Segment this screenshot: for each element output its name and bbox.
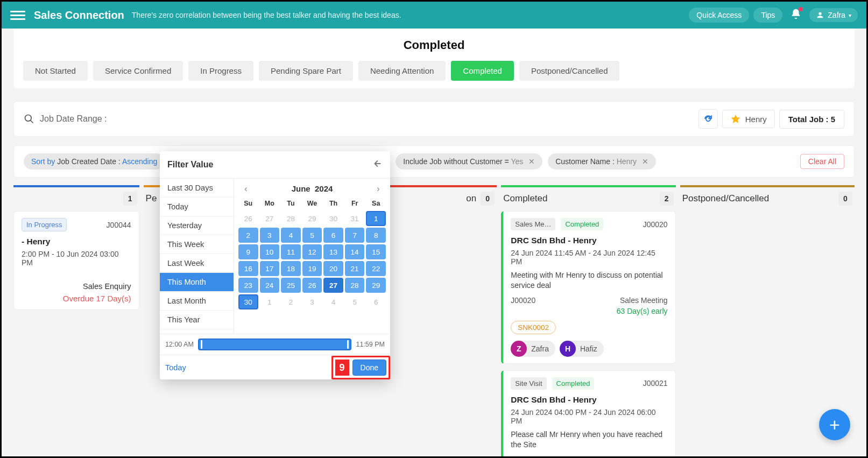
status-tab[interactable]: Completed bbox=[451, 61, 514, 81]
notification-icon[interactable] bbox=[790, 8, 802, 22]
add-fab[interactable]: + bbox=[819, 409, 850, 440]
job-card[interactable]: Sales Me… Completed J00020 DRC Sdn Bhd -… bbox=[501, 211, 675, 364]
done-button[interactable]: Done bbox=[352, 360, 386, 376]
day-of-week: Mo bbox=[260, 198, 280, 209]
job-card[interactable]: In Progress J00044 - Henry 2:00 PM - 10 … bbox=[13, 211, 139, 310]
job-foot-id: J00020 bbox=[511, 296, 535, 305]
status-tab[interactable]: Pending Spare Part bbox=[259, 61, 353, 81]
tips-button[interactable]: Tips bbox=[753, 8, 782, 23]
calendar-day[interactable]: 15 bbox=[366, 244, 386, 259]
menu-icon[interactable] bbox=[10, 8, 25, 23]
early-label: 63 Day(s) early bbox=[511, 307, 667, 315]
title-card: Completed Not StartedService ConfirmedIn… bbox=[13, 29, 855, 88]
calendar-day[interactable]: 6 bbox=[323, 228, 343, 243]
calendar-day[interactable]: 14 bbox=[345, 244, 365, 259]
calendar-day[interactable]: 21 bbox=[345, 261, 365, 276]
preset-  item[interactable]: Today bbox=[160, 198, 234, 216]
calendar-day[interactable]: 2 bbox=[238, 228, 258, 243]
column-header: Postponed/Cancelled 0 bbox=[680, 185, 855, 211]
customer-chip[interactable]: Customer Name : Henry ✕ bbox=[548, 153, 656, 170]
status-tab[interactable]: Service Confirmed bbox=[93, 61, 183, 81]
close-icon[interactable]: ✕ bbox=[642, 157, 648, 166]
notification-dot bbox=[799, 7, 803, 11]
overdue-label: Overdue 17 Day(s) bbox=[22, 294, 131, 303]
next-month-button[interactable]: › bbox=[372, 182, 385, 195]
calendar-day[interactable]: 23 bbox=[238, 278, 258, 293]
preset-  item[interactable]: This Year bbox=[160, 311, 234, 329]
calendar-day[interactable]: 30 bbox=[238, 294, 258, 309]
status-tab[interactable]: Postponed/Cancelled bbox=[519, 61, 620, 81]
include-nocustomer-chip[interactable]: Include Job without Customer = Yes ✕ bbox=[396, 153, 542, 170]
prev-month-button[interactable]: ‹ bbox=[239, 182, 252, 195]
date-filter-popover: Filter Value Last 30 DaysTodayYesterdayT… bbox=[160, 151, 390, 379]
job-desc: Please call Mr Henry when you have reach… bbox=[511, 429, 667, 450]
user-menu[interactable]: Zafra ▾ bbox=[809, 8, 858, 22]
job-card[interactable]: Site Visit Completed J00021 DRC Sdn Bhd … bbox=[501, 370, 675, 456]
avatar-chip[interactable]: ZZafra bbox=[511, 341, 555, 357]
link-chip[interactable]: SNK0002 bbox=[511, 321, 556, 334]
day-of-week: Sa bbox=[366, 198, 386, 209]
day-of-week: Tu bbox=[281, 198, 301, 209]
status-tag: In Progress bbox=[22, 218, 67, 231]
calendar-day[interactable]: 5 bbox=[302, 228, 322, 243]
column-title: Completed bbox=[503, 193, 659, 204]
chevron-down-icon: ▾ bbox=[849, 12, 851, 18]
calendar-grid: SuMoTuWeThFrSa26272829303112345678910111… bbox=[237, 196, 387, 311]
preset-  item[interactable]: This Month bbox=[160, 273, 234, 292]
preset-  item[interactable]: Last Month bbox=[160, 292, 234, 311]
today-link[interactable]: Today bbox=[165, 363, 186, 372]
preset-  item[interactable]: Last 30 Days bbox=[160, 179, 234, 198]
avatar-chip[interactable]: HHafiz bbox=[560, 341, 604, 357]
app-tagline: There's zero correlation between being t… bbox=[132, 11, 401, 19]
svg-point-0 bbox=[25, 115, 32, 122]
calendar-day[interactable]: 10 bbox=[260, 244, 280, 259]
close-icon[interactable]: ✕ bbox=[528, 157, 535, 166]
favorite-filter[interactable]: Henry bbox=[722, 110, 775, 128]
sort-chip[interactable]: Sort by Job Created Date : Ascending bbox=[24, 153, 165, 170]
calendar-day[interactable]: 7 bbox=[345, 228, 365, 243]
instruction-badge: 9 bbox=[335, 360, 349, 376]
calendar-day[interactable]: 22 bbox=[366, 261, 386, 276]
preset-  item[interactable]: Last Week bbox=[160, 254, 234, 273]
calendar-day[interactable]: 27 bbox=[323, 278, 343, 293]
calendar-day[interactable]: 19 bbox=[302, 261, 322, 276]
preset-  item[interactable]: Last Year bbox=[160, 329, 234, 334]
calendar-day[interactable]: 25 bbox=[281, 278, 301, 293]
search-row: Job Date Range : Henry Total Job : 5 bbox=[13, 101, 855, 137]
app-header: Sales Connection There's zero correlatio… bbox=[2, 2, 866, 29]
preset-  item[interactable]: This Week bbox=[160, 235, 234, 254]
status-tag: Completed bbox=[561, 218, 603, 230]
avatar: Z bbox=[511, 341, 527, 357]
preset-  item[interactable]: Yesterday bbox=[160, 216, 234, 235]
calendar-day[interactable]: 16 bbox=[238, 261, 258, 276]
calendar-day[interactable]: 9 bbox=[238, 244, 258, 259]
calendar-day[interactable]: 3 bbox=[260, 228, 280, 243]
calendar-day[interactable]: 13 bbox=[323, 244, 343, 259]
back-arrow-icon[interactable] bbox=[371, 158, 383, 172]
calendar-day-out: 1 bbox=[260, 294, 280, 309]
calendar-day[interactable]: 26 bbox=[302, 278, 322, 293]
calendar-day[interactable]: 1 bbox=[366, 211, 386, 226]
quick-access-button[interactable]: Quick Access bbox=[689, 8, 749, 23]
status-tab[interactable]: Needing Attention bbox=[358, 61, 446, 81]
calendar-day[interactable]: 24 bbox=[260, 278, 280, 293]
search-input[interactable]: Job Date Range : bbox=[40, 114, 694, 124]
calendar-day[interactable]: 18 bbox=[281, 261, 301, 276]
status-tab[interactable]: Not Started bbox=[23, 61, 88, 81]
calendar-day[interactable]: 4 bbox=[281, 228, 301, 243]
calendar-day[interactable]: 17 bbox=[260, 261, 280, 276]
calendar-day[interactable]: 20 bbox=[323, 261, 343, 276]
refresh-button[interactable] bbox=[698, 109, 718, 129]
status-tab[interactable]: In Progress bbox=[188, 61, 253, 81]
job-id: J00020 bbox=[643, 220, 668, 229]
calendar-day[interactable]: 12 bbox=[302, 244, 322, 259]
page-title: Completed bbox=[13, 38, 855, 52]
app-title: Sales Connection bbox=[34, 9, 124, 22]
calendar-day[interactable]: 8 bbox=[366, 228, 386, 243]
calendar-day[interactable]: 29 bbox=[366, 278, 386, 293]
clear-all-button[interactable]: Clear All bbox=[800, 154, 844, 169]
calendar-day[interactable]: 28 bbox=[345, 278, 365, 293]
chips-row: Sort by Job Created Date : Ascending Job… bbox=[13, 145, 855, 178]
time-slider[interactable] bbox=[198, 339, 352, 350]
calendar-day[interactable]: 11 bbox=[281, 244, 301, 259]
